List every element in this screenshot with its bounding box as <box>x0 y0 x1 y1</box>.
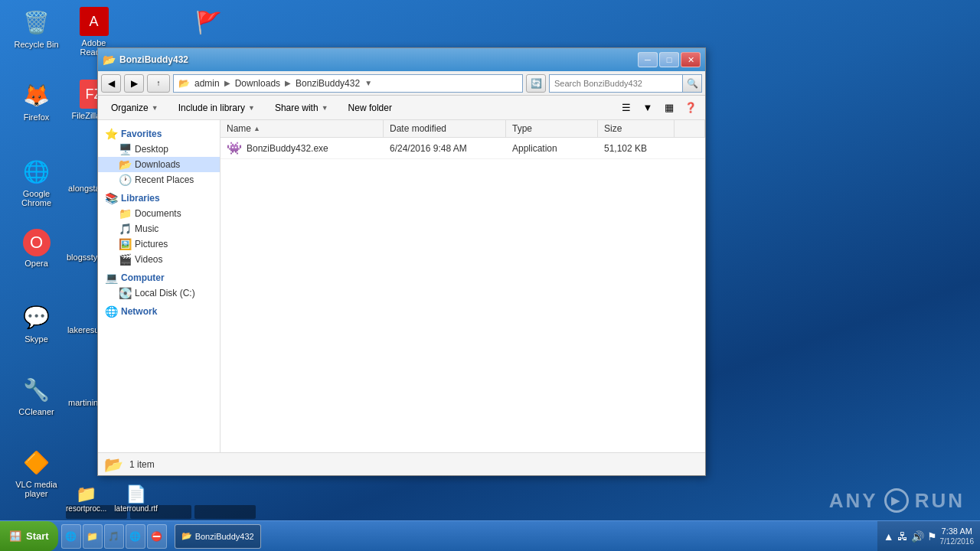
ccleaner-icon: 🔧 <box>21 374 52 405</box>
computer-header[interactable]: 💻 Computer <box>98 270 220 285</box>
vlc-label: VLC media player <box>11 480 62 498</box>
view-dropdown-button[interactable]: ▼ <box>638 99 658 117</box>
search-input[interactable] <box>549 74 682 93</box>
desktop-icon-ccleaner[interactable]: 🔧 CCleaner <box>8 371 65 419</box>
vlc-icon: 🔶 <box>21 447 52 478</box>
file-size-cell: 51,102 KB <box>598 138 675 158</box>
col-header-name[interactable]: Name ▲ <box>220 120 384 137</box>
libraries-icon: 📚 <box>104 192 118 204</box>
firefox-label: Firefox <box>24 112 50 122</box>
pictures-nav-item[interactable]: 🖼️ Pictures <box>98 236 220 252</box>
taskbar-folder-button[interactable]: 📁 <box>83 524 103 549</box>
file-list-header: Name ▲ Date modified Type Size <box>220 120 705 138</box>
desktop-icon-flag[interactable]: 🚩 <box>180 4 237 43</box>
tray-volume-icon[interactable]: 🔊 <box>911 530 924 543</box>
documents-nav-item[interactable]: 📁 Documents <box>98 206 220 221</box>
desktop-icon-recycle-bin[interactable]: 🗑️ Recycle Bin <box>8 4 65 52</box>
videos-nav-item[interactable]: 🎬 Videos <box>98 252 220 267</box>
downloads-nav-icon: 📂 <box>118 158 132 171</box>
refresh-button[interactable]: 🔄 <box>526 74 546 93</box>
back-button[interactable]: ◀ <box>101 74 121 93</box>
share-with-button[interactable]: Share with ▼ <box>266 99 337 117</box>
taskbar-stop-button[interactable]: ⛔ <box>147 524 167 549</box>
address-segment-folder[interactable]: BonziBuddy432 <box>294 78 361 89</box>
view-buttons: ☰ ▼ ▦ ❓ <box>616 99 701 117</box>
libraries-section: 📚 Libraries 📁 Documents 🎵 Music 🖼️ Pictu… <box>98 191 220 267</box>
organize-dropdown-arrow: ▼ <box>152 104 158 112</box>
col-header-date[interactable]: Date modified <box>384 120 506 137</box>
favorites-section: ⭐ Favorites 🖥️ Desktop 📂 Downloads 🕐 Rec… <box>98 126 220 187</box>
network-icon: 🌐 <box>104 305 118 318</box>
include-library-dropdown-arrow: ▼ <box>248 104 255 112</box>
recycle-bin-label: Recycle Bin <box>14 40 58 49</box>
libraries-header[interactable]: 📚 Libraries <box>98 191 220 206</box>
search-button[interactable]: 🔍 <box>682 74 702 93</box>
taskbar-explorer-button[interactable]: 📂 BonziBuddy432 <box>175 524 261 549</box>
desktop: 🗑️ Recycle Bin A Adobe Reader 🚩 🦊 Firefo… <box>0 0 980 551</box>
window-title: BonziBuddy432 <box>119 54 638 65</box>
taskbar-ie-button[interactable]: 🌐 <box>61 524 81 549</box>
desktop-icon-firefox[interactable]: 🦊 Firefox <box>8 77 65 125</box>
taskbar-explorer-icon: 📂 <box>181 531 192 541</box>
forward-button[interactable]: ▶ <box>124 74 144 93</box>
preview-button[interactable]: ▦ <box>659 99 679 117</box>
up-button[interactable]: ↑ <box>147 74 170 93</box>
taskbar-middle: 🌐 📁 🎵 🌐 ⛔ 📂 BonziBuddy432 <box>58 521 877 551</box>
tray-clock[interactable]: 7:38 AM 7/12/2016 <box>940 526 975 546</box>
close-button[interactable]: ✕ <box>681 52 701 67</box>
organize-button[interactable]: Organize ▼ <box>103 99 167 117</box>
tray-date: 7/12/2016 <box>940 536 975 546</box>
status-count: 1 item <box>129 459 155 470</box>
title-bar[interactable]: 📂 BonziBuddy432 ─ □ ✕ <box>98 48 705 71</box>
local-disk-nav-item[interactable]: 💽 Local Disk (C:) <box>98 285 220 301</box>
taskbar: 🪟 Start 🌐 📁 🎵 🌐 ⛔ 📂 BonziBuddy432 ▲ 🖧 🔊 … <box>0 520 980 551</box>
favorites-header[interactable]: ⭐ Favorites <box>98 126 220 142</box>
new-folder-button[interactable]: New folder <box>340 99 400 117</box>
maximize-button[interactable]: □ <box>659 52 679 67</box>
opera-label: Opera <box>24 259 48 268</box>
network-section: 🌐 Network <box>98 304 220 319</box>
col-header-extra <box>675 120 705 137</box>
left-panel: ⭐ Favorites 🖥️ Desktop 📂 Downloads 🕐 Rec… <box>98 120 220 452</box>
status-folder-icon: 📂 <box>104 455 123 474</box>
address-path[interactable]: 📂 admin ▶ Downloads ▶ BonziBuddy432 ▼ <box>173 74 523 93</box>
col-header-size[interactable]: Size <box>598 120 675 137</box>
desktop-icon-opera[interactable]: O Opera <box>8 226 65 271</box>
toolbar: Organize ▼ Include in library ▼ Share wi… <box>98 96 705 120</box>
tray-expand-icon[interactable]: ▲ <box>884 530 894 543</box>
desktop-nav-item[interactable]: 🖥️ Desktop <box>98 142 220 157</box>
minimize-button[interactable]: ─ <box>638 52 658 67</box>
table-row[interactable]: 👾 BonziBuddy432.exe 6/24/2016 9:48 AM Ap… <box>220 138 705 159</box>
recent-places-nav-item[interactable]: 🕐 Recent Places <box>98 172 220 187</box>
tray-network-icon[interactable]: 🖧 <box>897 530 908 543</box>
explorer-window: 📂 BonziBuddy432 ─ □ ✕ ◀ ▶ ↑ 📂 admin ▶ Do… <box>97 47 706 476</box>
taskbar-chrome-button[interactable]: 🌐 <box>126 524 145 549</box>
desktop-icon-chrome[interactable]: 🌐 Google Chrome <box>8 153 65 210</box>
firefox-icon: 🦊 <box>21 80 52 110</box>
address-bar: ◀ ▶ ↑ 📂 admin ▶ Downloads ▶ BonziBuddy43… <box>98 71 705 96</box>
address-segment-downloads[interactable]: Downloads <box>234 78 282 89</box>
ccleaner-label: CCleaner <box>18 407 54 416</box>
acrobat-icon: A <box>80 7 109 36</box>
desktop-icon-skype[interactable]: 💬 Skype <box>8 298 65 347</box>
include-library-button[interactable]: Include in library ▼ <box>170 99 263 117</box>
taskbar-media-button[interactable]: 🎵 <box>104 524 124 549</box>
tray-action-icon[interactable]: ⚑ <box>927 530 937 543</box>
content-area: ⭐ Favorites 🖥️ Desktop 📂 Downloads 🕐 Rec… <box>98 120 705 452</box>
view-list-button[interactable]: ☰ <box>616 99 636 117</box>
search-box: 🔍 <box>549 74 702 93</box>
col-header-type[interactable]: Type <box>506 120 598 137</box>
share-with-dropdown-arrow: ▼ <box>322 104 328 112</box>
address-segment-admin[interactable]: admin <box>193 78 221 89</box>
file-name-cell: 👾 BonziBuddy432.exe <box>220 138 384 158</box>
help-button[interactable]: ❓ <box>681 99 701 117</box>
anyrun-text: ANY <box>829 489 878 513</box>
start-button[interactable]: 🪟 Start <box>0 521 58 552</box>
anyrun-run-text: RUN <box>915 489 965 513</box>
music-nav-item[interactable]: 🎵 Music <box>98 221 220 236</box>
downloads-nav-item[interactable]: 📂 Downloads <box>98 157 220 172</box>
start-orb: 🪟 <box>9 530 21 542</box>
network-header[interactable]: 🌐 Network <box>98 304 220 319</box>
desktop-icon-vlc[interactable]: 🔶 VLC media player <box>8 444 65 501</box>
documents-icon: 📁 <box>118 207 132 220</box>
